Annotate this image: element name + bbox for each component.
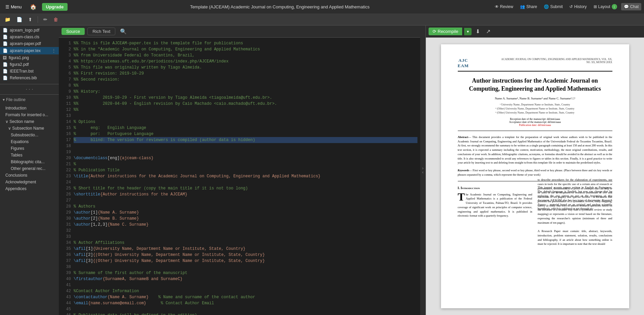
pdf-authors: Name A. Surname¹, Name B. Surname² and N… [458,97,612,100]
outline-item[interactable]: Introduction [0,105,59,111]
file-name: ajceam-class.cls [10,35,56,39]
file-item[interactable]: 📄 ajceam-paper.pdf [0,40,59,47]
folder-icon[interactable]: 📁 [3,15,12,24]
tab-source[interactable]: Source [62,28,85,35]
chat-icon: 💬 [624,4,629,9]
hamburger-icon: ☰ [5,4,9,9]
line-number: 26 [60,191,71,197]
line-number: 19 [60,149,71,155]
outline-item[interactable]: Figures [0,145,59,152]
outline-item[interactable]: Appendices [0,185,59,192]
outline-toggle[interactable]: ▾ File outline [0,96,59,103]
editor-preview-splitter[interactable]: › ‹ [420,26,426,315]
share-preview-icon[interactable]: ↗ [484,27,492,36]
code-line: % Author Affiliations [74,240,417,246]
file-item[interactable]: 📄 References.bib [0,75,59,81]
upgrade-button[interactable]: Upgrade [42,3,68,11]
preview-content[interactable]: AJC EAM ACADEMIC JOURNAL ON COMPUTING, E… [426,38,644,315]
line-number: 35 [60,246,71,252]
search-icon[interactable]: 🔍 [118,28,129,35]
share-button[interactable]: 👥 Share [517,3,540,10]
line-number: 20 [60,155,71,161]
home-button[interactable]: 🏠 [27,2,39,11]
tab-richtext[interactable]: Rich Text [87,28,115,35]
line-number: 33 [60,234,71,240]
chat-button[interactable]: 💬 Chat [621,3,641,10]
pdf-divider [458,131,612,131]
code-line: % [74,161,417,167]
affiliation-line: ¹ University Name, Department Name or In… [458,103,612,107]
more-files-indicator: · · · [0,86,59,93]
outline-item[interactable]: Equations [0,138,59,145]
sidebar: 📄 ajceam_logo.pdf 📄 ajceam-class.cls 📄 a… [0,26,59,315]
line-number: 39 [60,270,71,276]
affiliation-line: ² (Other) University Name, Department Na… [458,107,612,111]
code-editor[interactable]: %% This is file AJCEAM-paper.tex is the … [72,38,420,315]
upload-icon[interactable]: ⬆ [26,15,34,24]
file-item[interactable]: 📄 figura2.pdf [0,61,59,68]
layout-button[interactable]: ⊞ Layout i [591,3,620,11]
file-item[interactable]: 🖼 figura1.png [0,54,59,61]
file-item[interactable]: 📄 ajceam-class.cls [0,34,59,40]
submit-button[interactable]: 🌐 Submit [541,3,565,10]
new-file-icon[interactable]: 📄 [14,15,24,24]
outline-item[interactable]: Subsubsectio... [0,132,59,138]
outline-item[interactable]: Other general rec... [0,165,59,172]
line-number: 27 [60,197,71,204]
outline-item[interactable]: Acknowledgment [0,179,59,185]
recompile-dropdown[interactable]: ▾ [464,28,472,35]
file-name: figura1.png [9,55,56,60]
code-line: % Publication data (will be defined in t… [74,312,417,315]
recompile-button[interactable]: ⟳ Recompile [429,28,462,35]
code-line: %% Second revision: [74,77,417,83]
line-number: 37 [60,258,71,264]
file-item[interactable]: 📄 ajceam_logo.pdf [0,27,59,34]
file-item[interactable]: 📄 IEEETran.bst [0,68,59,75]
code-line: \shorttitle{Author instructions for the … [74,191,417,197]
document-title: Template (AJCEAM) Academic Journal on Co… [70,4,489,9]
edit-icon[interactable]: ✏ [41,15,49,24]
code-line: % Publication Title [74,167,417,173]
menu-button[interactable]: ☰ Menu [3,3,25,11]
file-name: ajceam-paper.pdf [10,41,56,46]
outline-item[interactable]: Tables [0,152,59,159]
code-line: % eng: English Language [74,125,417,131]
code-line: \firstauthor{SurnameA, SurnameB and Surn… [74,276,417,282]
code-line: %% [74,83,417,89]
more-options-icon[interactable]: ⋮ [51,48,56,53]
pdf-logo: AJC EAM [458,58,469,68]
outline-item[interactable]: ∨ Subsection Name [0,125,59,132]
history-button[interactable]: ↺ History [567,3,589,10]
line-number: 17 [60,137,71,143]
pdf-keywords: Keywords— First word or key phrase, seco… [458,168,612,177]
pdf-intro-col1: The Academic Journal on Computing, Engin… [458,192,532,218]
line-number: 43 [60,294,71,300]
delete-icon[interactable]: 🗑 [51,15,60,24]
file-item[interactable]: 📄 ajceam-paper.tex ⋮ [0,47,59,54]
file-type-icon: 📄 [3,62,8,67]
line-number: 8 [60,83,71,89]
review-button[interactable]: 👁 Review [492,3,516,10]
outline-item[interactable]: Formats for inserted o... [0,111,59,118]
dropcap: T [458,192,465,201]
journal-header-title: ACADEMIC JOURNAL ON COMPUTING, ENGINEERI… [498,58,612,64]
pdf-page: AJC EAM ACADEMIC JOURNAL ON COMPUTING, E… [441,44,629,308]
outline-item[interactable]: Bibliographic cita... [0,159,59,165]
outline-item[interactable]: ∨ Section name [0,118,59,125]
outline-header-label: File outline [6,97,26,102]
pdf-abstract: Abstract— This document provides a templ… [458,135,612,165]
code-line: %% from Universidade Federal do Tocantin… [74,52,417,58]
line-number: 41 [60,282,71,288]
outline-item[interactable]: Conclusions [0,172,59,179]
download-icon[interactable]: ⬇ [474,27,482,36]
code-line: \author[1]{Name A. Surname} [74,210,417,216]
line-number: 38 [60,264,71,270]
line-number: 24 [60,179,71,185]
logo-ajc: AJC [458,58,468,63]
file-list: 📄 ajceam_logo.pdf 📄 ajceam-class.cls 📄 a… [0,26,59,83]
top-right-actions: 👁 Review 👥 Share 🌐 Submit ↺ History ⊞ La… [492,3,641,11]
line-number: 11 [60,101,71,107]
code-line [74,282,417,288]
code-line: %% First revision: 2019-10-29 [74,71,417,77]
arrow-right-icon[interactable]: ‹ [422,170,424,174]
